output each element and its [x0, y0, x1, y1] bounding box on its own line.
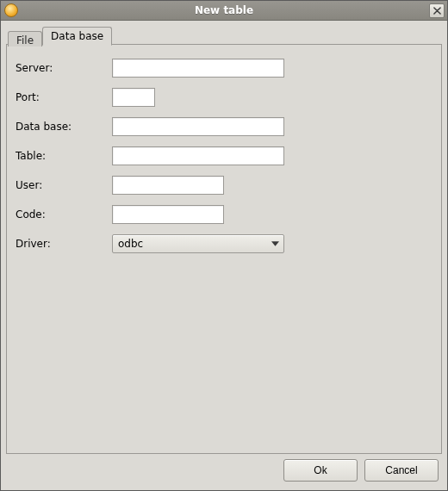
label-table: Table: — [16, 150, 112, 162]
label-database: Data base: — [16, 121, 112, 133]
driver-select[interactable]: odbc — [112, 234, 284, 253]
label-driver: Driver: — [16, 238, 112, 250]
label-server: Server: — [16, 62, 112, 74]
row-port: Port: — [16, 88, 432, 107]
row-user: User: — [16, 176, 432, 195]
driver-select-value: odbc — [112, 234, 284, 253]
cancel-button[interactable]: Cancel — [364, 459, 439, 482]
window-title: New table — [1, 4, 447, 16]
row-database: Data base: — [16, 117, 432, 136]
app-icon — [4, 3, 18, 17]
titlebar: New table — [1, 1, 447, 21]
row-driver: Driver: odbc — [16, 234, 432, 253]
row-server: Server: — [16, 59, 432, 78]
code-input[interactable] — [112, 205, 224, 224]
content-area: File Data base Server: Port: Data base: … — [1, 21, 447, 490]
row-code: Code: — [16, 205, 432, 224]
label-user: User: — [16, 179, 112, 191]
ok-button[interactable]: Ok — [283, 459, 358, 482]
database-input[interactable] — [112, 117, 284, 136]
dialog-window: New table File Data base Server: Port: D… — [0, 0, 448, 491]
port-input[interactable] — [112, 88, 155, 107]
tab-file[interactable]: File — [8, 31, 42, 47]
tabstrip: File Data base — [6, 26, 442, 45]
label-port: Port: — [16, 91, 112, 103]
button-row: Ok Cancel — [6, 454, 442, 485]
label-code: Code: — [16, 208, 112, 221]
tab-panel-database: Server: Port: Data base: Table: User: Co — [6, 44, 442, 454]
table-input[interactable] — [112, 146, 284, 165]
user-input[interactable] — [112, 176, 224, 195]
close-icon — [433, 5, 441, 17]
server-input[interactable] — [112, 59, 284, 78]
tab-database[interactable]: Data base — [42, 27, 112, 46]
row-table: Table: — [16, 146, 432, 165]
close-button[interactable] — [429, 3, 445, 18]
